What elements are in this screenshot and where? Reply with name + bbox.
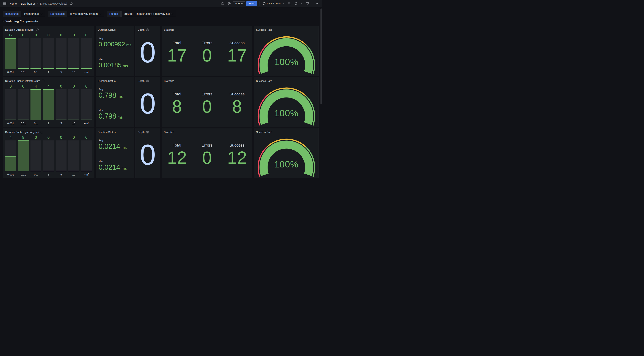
bar-axis-label: +Inf	[81, 70, 92, 74]
info-icon[interactable]	[146, 28, 149, 31]
breadcrumb-home[interactable]: Home	[10, 2, 17, 5]
breadcrumb-dashboards[interactable]: Dashboards	[21, 2, 36, 5]
depth-value: 0	[140, 89, 156, 118]
panel-header[interactable]: Statistics	[162, 77, 252, 83]
panel-title: Statistics	[164, 28, 174, 31]
time-range-picker[interactable]: Last 6 hours	[262, 1, 286, 6]
bar-column: 010	[68, 135, 79, 176]
favorite-star-button[interactable]	[68, 1, 74, 6]
bar-value-label: 0	[81, 33, 92, 37]
bar-value-label: 17	[5, 33, 16, 37]
stat-value: 0.00185 ms	[98, 61, 132, 69]
bar-track	[68, 140, 79, 171]
time-range-label: Last 6 hours	[267, 2, 281, 5]
add-button[interactable]: Add	[233, 1, 245, 6]
panel-header[interactable]: Duration Bucket: infrastructure	[3, 77, 94, 83]
stat-value: 0.0214 ms	[98, 142, 132, 150]
panel-statistics: Statistics Total8Errors0Success8	[162, 77, 252, 128]
depth-stat: 0	[136, 32, 160, 76]
zoom-out-time-button[interactable]	[286, 1, 292, 6]
dashboard-settings-button[interactable]	[226, 1, 232, 6]
stat-unit: ms	[118, 94, 123, 99]
panel-depth: Depth 0	[136, 128, 160, 178]
bar-fill	[5, 156, 16, 172]
info-icon[interactable]	[146, 131, 149, 134]
bar-value-line	[68, 171, 79, 171]
bar-axis-label: 10	[68, 122, 79, 125]
bar-value-line	[5, 156, 16, 156]
info-icon[interactable]	[36, 28, 39, 31]
toolbar-divider	[312, 1, 312, 6]
panel-header[interactable]: Depth	[136, 128, 160, 134]
chevron-down-icon	[100, 13, 102, 15]
bar-track	[30, 38, 42, 69]
filter-label: Namespace	[48, 11, 67, 17]
bar-track	[18, 140, 29, 171]
refresh-interval-dropdown[interactable]	[300, 1, 304, 6]
bar-value-line	[68, 120, 79, 120]
tv-mode-button[interactable]	[304, 1, 310, 6]
statistic-label: Success	[230, 40, 244, 45]
panel-title: Duration Bucket: gateway-api	[5, 131, 39, 134]
bar-value-label: 0	[43, 33, 54, 37]
bar-value-label: 0	[30, 33, 42, 37]
info-icon[interactable]	[146, 80, 149, 82]
bar-value-line	[5, 120, 16, 120]
panel-header[interactable]: Statistics	[162, 26, 252, 32]
toolbar-collapse-button[interactable]	[314, 1, 320, 6]
row-section-toggle[interactable]: Watching Components	[2, 19, 322, 24]
bar-track	[56, 89, 66, 120]
statistic-success: Success8	[222, 83, 252, 123]
statistic-total: Total17	[162, 32, 192, 72]
save-dashboard-button[interactable]	[220, 1, 226, 6]
stat-label: Avg	[98, 88, 132, 91]
vertical-scrollbar[interactable]	[320, 8, 322, 104]
panel-header[interactable]: Success Rate	[254, 77, 318, 83]
gauge-value-text: 100%	[274, 159, 298, 170]
panel-header[interactable]: Duration Status	[96, 77, 134, 83]
bar-column: 05	[56, 84, 66, 125]
panel-header[interactable]: Duration Status	[96, 26, 134, 32]
statistic-value: 8	[172, 99, 182, 114]
panel-title: Success Rate	[256, 131, 272, 134]
variable-filters: datasource Prometheus Namespace envoy-ga…	[3, 11, 322, 17]
panel-duration-status: Duration Status Avg 0.000992 ms Max 0.00…	[96, 26, 134, 76]
bar-value-line	[43, 89, 54, 90]
panel-header[interactable]: Depth	[136, 77, 160, 83]
filter-value-dropdown[interactable]: envoy-gateway-system	[68, 11, 104, 17]
info-icon[interactable]	[42, 80, 44, 82]
dashboard-row: Duration Bucket: provider 170.00100.0100…	[3, 26, 319, 75]
stat-avg: Avg 0.0214 ms	[98, 134, 132, 155]
panel-success-rate: Success Rate 100%	[254, 128, 319, 178]
statistic-label: Errors	[202, 143, 212, 148]
statistic-value: 0	[202, 48, 212, 64]
success-rate-gauge: 100%	[254, 32, 318, 76]
panel-header[interactable]: Depth	[136, 26, 160, 32]
duration-stats: Avg 0.0214 ms Max 0.0214 ms	[96, 134, 134, 178]
filter-value-dropdown[interactable]: provider + infrastructure + gateway-api	[121, 11, 176, 17]
bar-gauge-chart: 170.00100.0100.101050100+Inf	[3, 32, 94, 76]
bar-value-line	[81, 120, 92, 120]
filter-namespace: Namespace envoy-gateway-system	[48, 11, 104, 17]
panel-header[interactable]: Duration Status	[96, 128, 134, 134]
bar-value-label: 0	[5, 84, 16, 88]
bar-track	[81, 140, 92, 171]
bar-axis-label: 0.001	[5, 173, 16, 176]
bar-fill	[30, 89, 42, 120]
panel-header[interactable]: Success Rate	[254, 26, 318, 32]
panel-header[interactable]: Statistics	[162, 128, 252, 134]
panel-header[interactable]: Duration Bucket: gateway-api	[3, 128, 94, 134]
gauge-value-text: 100%	[274, 108, 298, 118]
filter-value-dropdown[interactable]: Prometheus	[22, 11, 45, 17]
panel-header[interactable]: Duration Bucket: provider	[3, 26, 94, 32]
bar-value-label: 0	[68, 135, 79, 140]
bar-value-line	[18, 120, 29, 120]
refresh-button[interactable]	[293, 1, 298, 6]
bar-track	[43, 140, 54, 171]
share-button[interactable]: Share	[246, 1, 258, 6]
panel-header[interactable]: Success Rate	[254, 128, 318, 134]
statistic-label: Total	[173, 143, 181, 148]
info-icon[interactable]	[40, 131, 43, 134]
menu-button[interactable]	[2, 1, 7, 6]
stat-number: 0.0214	[98, 163, 120, 172]
